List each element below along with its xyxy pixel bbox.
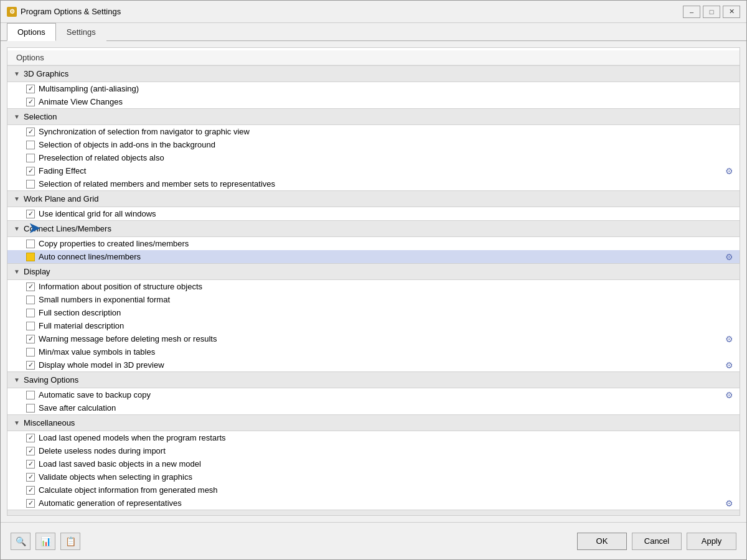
checkbox-warning-deleting[interactable] — [26, 335, 35, 343]
checkbox-minmax-symbols[interactable] — [26, 348, 35, 357]
option-label-sync-selection: Synchronization of selection from naviga… — [39, 127, 250, 136]
gear-button-auto-save[interactable]: ⚙ — [723, 390, 735, 401]
minimize-button[interactable]: – — [683, 6, 700, 18]
option-row-selection-addons[interactable]: Selection of objects in add-ons in the b… — [7, 138, 740, 151]
option-label-full-section: Full section description — [39, 308, 121, 317]
checkbox-full-section[interactable] — [26, 309, 35, 317]
collapse-icon-connect-lines: ▼ — [12, 225, 21, 233]
option-row-fading[interactable]: Fading Effect⚙ — [7, 164, 740, 177]
gear-button-warning-deleting[interactable]: ⚙ — [723, 334, 735, 345]
checkbox-display-3d[interactable] — [26, 361, 35, 370]
section-header-miscellaneous[interactable]: ▼Miscellaneous — [7, 414, 740, 431]
checkbox-validate-objects[interactable] — [26, 473, 35, 482]
option-row-minmax-symbols[interactable]: Min/max value symbols in tables — [7, 345, 740, 358]
checkbox-small-numbers[interactable] — [26, 296, 35, 304]
section-label-selection: Selection — [24, 112, 57, 121]
window-title: Program Options & Settings — [21, 7, 683, 16]
section-body-work-plane: Use identical grid for all windows — [7, 207, 740, 220]
option-label-auto-connect: Auto connect lines/members — [39, 252, 141, 261]
sections-container: ▼3D GraphicsMultisampling (anti-aliasing… — [7, 65, 740, 516]
checkbox-preselection[interactable] — [26, 154, 35, 162]
option-label-warning-deleting: Warning message before deleting mesh or … — [39, 334, 217, 343]
option-row-calc-object-info[interactable]: Calculate object information from genera… — [7, 483, 740, 497]
checkbox-multisampling[interactable] — [26, 85, 35, 93]
checkbox-animate-view[interactable] — [26, 98, 35, 106]
option-row-save-after[interactable]: Save after calculation — [7, 401, 740, 414]
checkbox-selection-members[interactable] — [26, 180, 35, 189]
option-row-validate-objects[interactable]: Validate objects when selecting in graph… — [7, 470, 740, 483]
checkbox-info-position[interactable] — [26, 282, 35, 291]
checkbox-calc-object-info[interactable] — [26, 486, 35, 495]
gear-button-display-3d[interactable]: ⚙ — [723, 360, 735, 371]
section-label-miscellaneous: Miscellaneous — [24, 418, 75, 427]
option-row-delete-nodes[interactable]: Delete useless nodes during import — [7, 444, 740, 457]
section-body-connect-lines: Copy properties to created lines/members… — [7, 237, 740, 263]
checkbox-load-basic[interactable] — [26, 460, 35, 469]
checkbox-fading[interactable] — [26, 167, 35, 175]
section-header-saving[interactable]: ▼Saving Options — [7, 371, 740, 388]
section-header-connect-lines[interactable]: ▼Connect Lines/Members — [7, 220, 740, 237]
option-row-display-3d[interactable]: Display whole model in 3D preview⚙ — [7, 358, 740, 371]
option-row-animate-view[interactable]: Animate View Changes — [7, 95, 740, 108]
checkbox-auto-connect[interactable] — [26, 253, 35, 261]
option-row-load-basic[interactable]: Load last saved basic objects in a new m… — [7, 457, 740, 470]
section-label-display: Display — [24, 267, 50, 276]
checkbox-sync-selection[interactable] — [26, 128, 35, 136]
option-row-info-position[interactable]: Information about position of structure … — [7, 280, 740, 293]
option-row-auto-save[interactable]: Automatic save to backup copy⚙ — [7, 388, 740, 401]
section-label-work-plane: Work Plane and Grid — [24, 194, 98, 203]
checkbox-save-after[interactable] — [26, 404, 35, 413]
tab-options[interactable]: Options — [7, 23, 56, 41]
option-row-auto-connect[interactable]: Auto connect lines/members⚙ — [7, 250, 740, 263]
section-header-diagnostic[interactable]: ▼Diagnostic data — [7, 510, 740, 516]
option-row-warning-deleting[interactable]: Warning message before deleting mesh or … — [7, 332, 740, 345]
section-header-selection[interactable]: ▼Selection — [7, 108, 740, 125]
checkbox-copy-properties[interactable] — [26, 240, 35, 248]
section-header-graphics-3d[interactable]: ▼3D Graphics — [7, 65, 740, 82]
cancel-button[interactable]: Cancel — [632, 533, 682, 550]
option-label-preselection: Preselection of related objects also — [39, 153, 164, 162]
option-label-selection-members: Selection of related members and member … — [39, 179, 275, 189]
option-row-full-section[interactable]: Full section description — [7, 306, 740, 319]
option-row-preselection[interactable]: Preselection of related objects also — [7, 151, 740, 164]
section-header-work-plane[interactable]: ▼Work Plane and Grid — [7, 190, 740, 207]
content-area: Options ▼3D GraphicsMultisampling (anti-… — [1, 41, 746, 522]
option-row-load-last[interactable]: Load last opened models when the program… — [7, 431, 740, 444]
option-row-copy-properties[interactable]: Copy properties to created lines/members — [7, 237, 740, 250]
option-row-full-material[interactable]: Full material description — [7, 319, 740, 332]
tab-settings[interactable]: Settings — [56, 23, 106, 41]
table-icon-button[interactable]: 📊 — [35, 533, 55, 550]
checkbox-auto-save[interactable] — [26, 391, 35, 399]
collapse-icon-diagnostic: ▼ — [12, 514, 21, 516]
checkbox-identical-grid[interactable] — [26, 210, 35, 218]
checkbox-selection-addons[interactable] — [26, 141, 35, 149]
ok-button[interactable]: OK — [577, 533, 627, 550]
gear-button-auto-connect[interactable]: ⚙ — [723, 251, 735, 263]
collapse-icon-work-plane: ▼ — [12, 195, 21, 203]
search-icon-button[interactable]: 🔍 — [11, 533, 31, 550]
footer-left: 🔍 📊 📋 — [11, 533, 80, 550]
option-row-selection-members[interactable]: Selection of related members and member … — [7, 177, 740, 190]
section-body-display: Information about position of structure … — [7, 280, 740, 371]
maximize-button[interactable]: □ — [703, 6, 720, 18]
gear-button-auto-representatives[interactable]: ⚙ — [723, 498, 735, 509]
gear-button-fading[interactable]: ⚙ — [723, 166, 735, 177]
checkbox-auto-representatives[interactable] — [26, 499, 35, 508]
option-label-minmax-symbols: Min/max value symbols in tables — [39, 347, 155, 357]
checkbox-delete-nodes[interactable] — [26, 447, 35, 455]
checkbox-full-material[interactable] — [26, 322, 35, 330]
option-row-multisampling[interactable]: Multisampling (anti-aliasing) — [7, 82, 740, 95]
section-header-display[interactable]: ▼Display — [7, 263, 740, 280]
option-row-sync-selection[interactable]: Synchronization of selection from naviga… — [7, 125, 740, 138]
option-row-small-numbers[interactable]: Small numbers in exponential format — [7, 293, 740, 306]
section-label-diagnostic: Diagnostic data — [24, 513, 80, 516]
collapse-icon-selection: ▼ — [12, 113, 21, 121]
option-row-auto-representatives[interactable]: Automatic generation of representatives⚙ — [7, 497, 740, 510]
option-label-fading: Fading Effect — [39, 166, 86, 175]
close-button[interactable]: ✕ — [723, 6, 740, 18]
apply-button[interactable]: Apply — [687, 533, 736, 550]
copy-icon-button[interactable]: 📋 — [60, 533, 80, 550]
checkbox-load-last[interactable] — [26, 434, 35, 442]
option-label-small-numbers: Small numbers in exponential format — [39, 295, 170, 304]
option-row-identical-grid[interactable]: Use identical grid for all windows — [7, 207, 740, 220]
